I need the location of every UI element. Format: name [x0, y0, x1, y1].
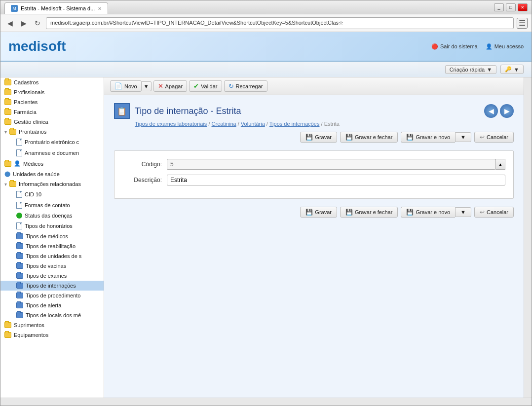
- sidebar-item-tipos-unidades[interactable]: Tipos de unidades de s: [0, 251, 104, 261]
- sidebar-item-suprimentos[interactable]: Suprimentos: [0, 320, 104, 330]
- page-title-area: 📋 Tipo de internação - Estrita: [114, 103, 241, 119]
- save-button-bottom[interactable]: 💾 Gravar: [300, 207, 337, 218]
- sidebar-item-tipos-vacinas[interactable]: Tipos de vacinas: [0, 261, 104, 271]
- breadcrumb-tipos-internacoes[interactable]: Tipos de internações: [269, 121, 320, 127]
- save-new-button-top[interactable]: 💾 Gravar e novo: [401, 132, 455, 143]
- browser-tab[interactable]: M Estrita - Medisoft - Sistema d... ✕: [4, 2, 108, 14]
- sidebar: Cadastros Profissionais Pacientes Farmác…: [0, 77, 104, 398]
- exit-button[interactable]: 🔴 Sair do sistema: [431, 43, 478, 50]
- sidebar-item-prontuario-eletronico[interactable]: Prontuário eletrônico c: [0, 137, 104, 148]
- doc-icon-anamnese: [16, 149, 22, 156]
- blue-folder-icon-locais: [16, 312, 23, 318]
- breadcrumb-tipos-exames[interactable]: Tipos de exames laboratoriais: [135, 121, 207, 127]
- save-new-dropdown-top[interactable]: ▼: [455, 132, 471, 142]
- save-new-button-bottom[interactable]: 💾 Gravar e novo: [401, 207, 455, 218]
- code-spinner-up[interactable]: ▲: [495, 159, 505, 170]
- doc-icon-formas: [16, 202, 22, 209]
- doc-icon-cid10: [16, 191, 22, 198]
- main-content: 📄 Novo ▼ ✕ Apagar ✔ Validar ↻: [104, 77, 524, 398]
- tab-title: Estrita - Medisoft - Sistema d...: [21, 5, 95, 11]
- back-button[interactable]: ◀: [4, 18, 15, 29]
- sidebar-item-pacientes[interactable]: Pacientes: [0, 97, 104, 107]
- sidebar-item-tipos-reabilitacao[interactable]: Tipos de reabilitação: [0, 241, 104, 251]
- sidebar-item-cid10[interactable]: CID 10: [0, 189, 104, 200]
- right-scrollbar[interactable]: [524, 77, 532, 398]
- address-bar[interactable]: [46, 17, 514, 29]
- sidebar-item-tipos-locais[interactable]: Tipos de locais dos mé: [0, 310, 104, 320]
- access-button[interactable]: 👤 Meu acesso: [486, 43, 524, 50]
- sidebar-item-farmacia[interactable]: Farmácia: [0, 107, 104, 117]
- menu-button[interactable]: ☰: [517, 18, 528, 29]
- app-subheader: Criação rápida ▼ 🔑 ▼: [0, 62, 532, 77]
- save-close-button-bottom[interactable]: 💾 Gravar e fechar: [340, 207, 398, 218]
- save-new-dropdown-bottom[interactable]: ▼: [455, 207, 471, 217]
- sidebar-item-cadastros[interactable]: Cadastros: [0, 77, 104, 87]
- minimize-button[interactable]: _: [494, 3, 504, 11]
- save-close-icon-top: 💾: [345, 134, 353, 141]
- next-button[interactable]: ▶: [500, 104, 514, 118]
- code-input-wrapper: ▲: [167, 159, 505, 170]
- sidebar-item-tipos-alerta[interactable]: Tipos de alerta: [0, 300, 104, 310]
- delete-button[interactable]: ✕ Apagar: [153, 80, 187, 92]
- app-header: medisoft 🔴 Sair do sistema 👤 Meu acesso: [0, 32, 532, 62]
- sidebar-item-medicos[interactable]: 👤 Médicos: [0, 158, 104, 169]
- tab-favicon: M: [11, 5, 18, 12]
- minus-icon: ▾: [4, 129, 7, 135]
- sidebar-item-gestao-clinica[interactable]: Gestão clínica: [0, 117, 104, 127]
- code-input[interactable]: [167, 159, 495, 170]
- quick-create-button[interactable]: Criação rápida ▼: [445, 65, 496, 74]
- sidebar-item-profissionais[interactable]: Profissionais: [0, 87, 104, 97]
- key-button[interactable]: 🔑 ▼: [500, 65, 524, 74]
- app-body: Cadastros Profissionais Pacientes Farmác…: [0, 77, 532, 398]
- sidebar-item-equipamentos[interactable]: Equipamentos: [0, 330, 104, 340]
- new-button[interactable]: 📄 Novo: [110, 80, 142, 92]
- folder-icon-medicos: [4, 161, 11, 167]
- minus-icon-info: ▾: [4, 182, 7, 187]
- key-arrow-icon: ▼: [514, 67, 519, 73]
- circle-icon-unidades: ⬤: [4, 171, 10, 177]
- top-action-bar: 💾 Gravar 💾 Gravar e fechar 💾 Gravar e no…: [114, 132, 514, 143]
- reload-button[interactable]: ↻ Recarregar: [224, 80, 267, 92]
- blue-folder-icon-exames: [16, 273, 23, 279]
- tab-close-button[interactable]: ✕: [98, 6, 102, 11]
- sidebar-item-status-doencas[interactable]: Status das doenças: [0, 211, 104, 221]
- close-button[interactable]: ✕: [518, 3, 528, 11]
- form-row-code: Código: ▲: [122, 159, 505, 170]
- save-close-button-top[interactable]: 💾 Gravar e fechar: [340, 132, 398, 143]
- title-bar: M Estrita - Medisoft - Sistema d... ✕ _ …: [0, 0, 532, 14]
- sidebar-item-tipos-exames[interactable]: Tipos de exames: [0, 271, 104, 281]
- sidebar-item-tipos-medicos[interactable]: Tipos de médicos: [0, 231, 104, 241]
- new-dropdown-button[interactable]: ▼: [142, 81, 152, 91]
- page-area: 📋 Tipo de internação - Estrita ◀ ▶ Tipos…: [104, 95, 524, 398]
- nav-bar: ◀ ▶ ↻ ☰: [0, 14, 532, 32]
- folder-icon-cadastros: [4, 79, 11, 85]
- quick-create-label: Criação rápida: [450, 67, 485, 73]
- sidebar-item-tipos-honorarios[interactable]: Tipos de honorários: [0, 221, 104, 231]
- sidebar-item-tipos-procedimentos[interactable]: Tipos de procedimento: [0, 291, 104, 300]
- bottom-scrollbar[interactable]: [0, 398, 532, 406]
- cancel-button-top[interactable]: ↩ Cancelar: [474, 132, 514, 143]
- validate-button[interactable]: ✔ Validar: [189, 80, 222, 92]
- sidebar-item-tipos-internacoes[interactable]: Tipos de internações: [0, 281, 104, 291]
- blue-folder-icon-unidades: [16, 253, 23, 259]
- page-title: Tipo de internação - Estrita: [135, 106, 241, 116]
- breadcrumb-voluntaria[interactable]: Voluntária: [241, 121, 265, 127]
- folder-icon-info: [9, 181, 16, 187]
- sidebar-item-formas-contato[interactable]: Formas de contato: [0, 200, 104, 211]
- sidebar-item-anamnese[interactable]: Anamnese e documen: [0, 148, 104, 158]
- sidebar-item-unidades-saude[interactable]: ⬤ Unidades de saúde: [0, 169, 104, 179]
- refresh-button[interactable]: ↻: [32, 18, 43, 29]
- validate-icon: ✔: [193, 82, 199, 90]
- maximize-button[interactable]: □: [506, 3, 516, 11]
- save-button-top[interactable]: 💾 Gravar: [300, 132, 337, 143]
- sidebar-item-informacoes[interactable]: ▾ Informações relacionadas: [0, 179, 104, 189]
- key-icon: 🔑: [505, 66, 512, 73]
- prev-button[interactable]: ◀: [484, 104, 498, 118]
- folder-icon-pacientes: [4, 99, 11, 105]
- sidebar-item-prontuarios[interactable]: ▾ Prontuários: [0, 127, 104, 137]
- breadcrumb-creatinina[interactable]: Creatinina: [212, 121, 236, 127]
- forward-button[interactable]: ▶: [18, 18, 29, 29]
- blue-folder-icon-alerta: [16, 302, 23, 308]
- cancel-button-bottom[interactable]: ↩ Cancelar: [474, 207, 514, 218]
- description-input[interactable]: [167, 175, 505, 185]
